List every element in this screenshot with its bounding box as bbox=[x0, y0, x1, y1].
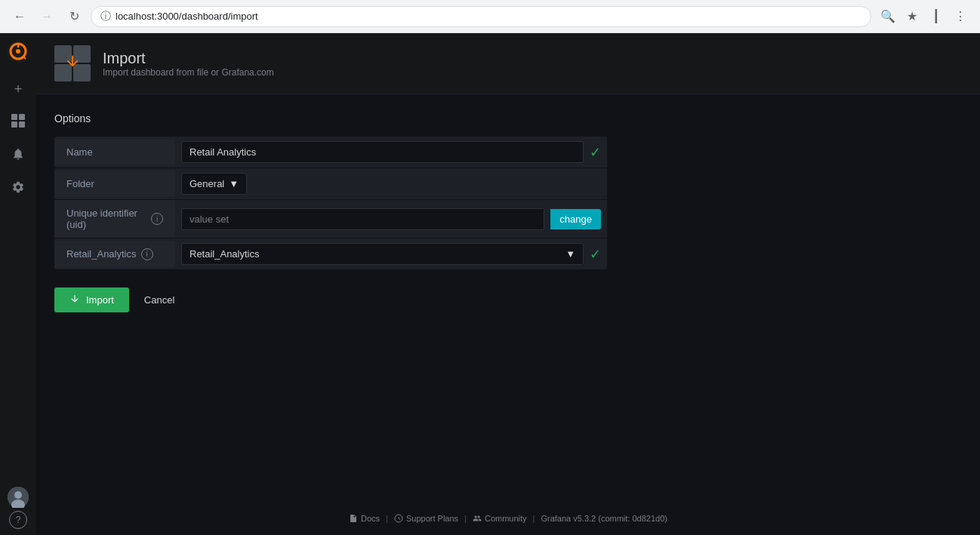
datasource-input-cell: Retail_Analytics ▼ ✓ bbox=[175, 238, 607, 269]
uid-row: Unique identifier (uid) i change bbox=[54, 200, 607, 238]
sidebar-item-add[interactable]: + bbox=[3, 74, 33, 104]
name-input-cell: ✓ bbox=[175, 137, 607, 168]
uid-input[interactable] bbox=[181, 208, 544, 230]
uid-label-cell: Unique identifier (uid) i bbox=[54, 200, 175, 238]
datasource-dropdown-arrow-icon: ▼ bbox=[566, 248, 575, 260]
datasource-select[interactable]: Retail_Analytics ▼ bbox=[181, 243, 584, 265]
gear-icon bbox=[11, 180, 25, 198]
folder-row: Folder General ▼ bbox=[54, 168, 607, 200]
browser-chrome: ← → ↻ ⓘ localhost:3000/dashboard/import … bbox=[0, 0, 980, 33]
datasource-label-cell: Retail_Analytics i bbox=[54, 241, 175, 268]
form-table: Name ✓ Folder General ▼ bbox=[54, 137, 607, 269]
datasource-check-icon: ✓ bbox=[590, 246, 601, 263]
help-button[interactable]: ? bbox=[9, 511, 27, 529]
page-header-text: Import Import dashboard from file or Gra… bbox=[103, 50, 274, 78]
url-text: localhost:3000/dashboard/import bbox=[116, 11, 258, 22]
back-button[interactable]: ← bbox=[9, 6, 30, 27]
support-link[interactable]: Support Plans bbox=[394, 514, 458, 523]
community-link[interactable]: Community bbox=[473, 514, 527, 523]
svg-point-2 bbox=[16, 49, 20, 54]
name-check-icon: ✓ bbox=[590, 144, 601, 161]
sidebar-item-settings[interactable] bbox=[3, 174, 33, 204]
name-input[interactable] bbox=[181, 141, 584, 163]
name-row: Name ✓ bbox=[54, 137, 607, 168]
reload-button[interactable]: ↻ bbox=[63, 6, 85, 27]
question-mark-icon: ? bbox=[16, 515, 21, 525]
plus-icon: + bbox=[14, 81, 23, 97]
sidebar-item-dashboards[interactable] bbox=[3, 107, 33, 137]
options-section-title: Options bbox=[54, 112, 607, 125]
datasource-value: Retail_Analytics bbox=[190, 248, 260, 260]
import-arrow-icon bbox=[64, 53, 81, 74]
page-header: Import Import dashboard from file or Gra… bbox=[36, 33, 980, 94]
menu-button[interactable]: ⋮ bbox=[950, 6, 971, 27]
button-row: Import Cancel bbox=[54, 287, 607, 312]
dropdown-arrow-icon: ▼ bbox=[229, 178, 239, 189]
bell-icon bbox=[11, 147, 25, 164]
main-content: Import Import dashboard from file or Gra… bbox=[36, 33, 980, 535]
dashboards-icon bbox=[11, 113, 26, 132]
forward-button[interactable]: → bbox=[36, 6, 57, 27]
docs-link[interactable]: Docs bbox=[349, 514, 380, 523]
sidebar-item-alerts[interactable] bbox=[3, 140, 33, 171]
svg-rect-5 bbox=[11, 114, 17, 120]
lock-icon: ⓘ bbox=[100, 10, 111, 23]
avatar[interactable] bbox=[8, 487, 29, 508]
version-text: Grafana v5.3.2 (commit: 0d821d0) bbox=[541, 514, 667, 523]
form-area: Options Name ✓ Folder bbox=[36, 94, 625, 331]
name-label: Name bbox=[54, 139, 175, 165]
import-button[interactable]: Import bbox=[54, 287, 129, 312]
import-button-label: Import bbox=[86, 294, 114, 306]
profile-button[interactable]: ┃ bbox=[926, 6, 947, 27]
svg-rect-7 bbox=[11, 121, 17, 128]
address-bar[interactable]: ⓘ localhost:3000/dashboard/import bbox=[91, 6, 871, 27]
zoom-button[interactable]: 🔍 bbox=[877, 6, 898, 27]
footer-sep-3: | bbox=[533, 514, 535, 523]
app-layout: + bbox=[0, 33, 980, 535]
import-icon bbox=[69, 294, 80, 306]
svg-rect-8 bbox=[19, 121, 25, 128]
folder-value: General bbox=[190, 178, 224, 189]
footer-sep-2: | bbox=[464, 514, 467, 523]
folder-select-button[interactable]: General ▼ bbox=[181, 173, 247, 195]
svg-rect-6 bbox=[19, 114, 25, 120]
datasource-info-icon[interactable]: i bbox=[141, 248, 153, 260]
footer: Docs | Support Plans | Community | Grafa… bbox=[36, 502, 980, 535]
svg-point-10 bbox=[14, 491, 22, 499]
grafana-logo[interactable] bbox=[6, 39, 30, 63]
datasource-dropdown-wrap: Retail_Analytics ▼ bbox=[181, 243, 584, 265]
footer-sep-1: | bbox=[386, 514, 388, 523]
page-header-icon bbox=[54, 45, 91, 81]
page-subtitle: Import dashboard from file or Grafana.co… bbox=[103, 67, 274, 78]
bookmark-button[interactable]: ★ bbox=[901, 6, 923, 27]
cancel-button[interactable]: Cancel bbox=[141, 288, 177, 312]
folder-input-cell: General ▼ bbox=[175, 168, 607, 199]
uid-input-cell: change bbox=[175, 204, 607, 235]
sidebar-bottom: ? bbox=[8, 487, 29, 529]
page-title: Import bbox=[103, 50, 274, 67]
sidebar: + bbox=[0, 33, 36, 535]
change-uid-button[interactable]: change bbox=[550, 209, 601, 229]
folder-label: Folder bbox=[54, 171, 175, 197]
datasource-row: Retail_Analytics i Retail_Analytics ▼ ✓ bbox=[54, 238, 607, 269]
uid-info-icon[interactable]: i bbox=[151, 213, 163, 225]
browser-actions: 🔍 ★ ┃ ⋮ bbox=[877, 6, 971, 27]
